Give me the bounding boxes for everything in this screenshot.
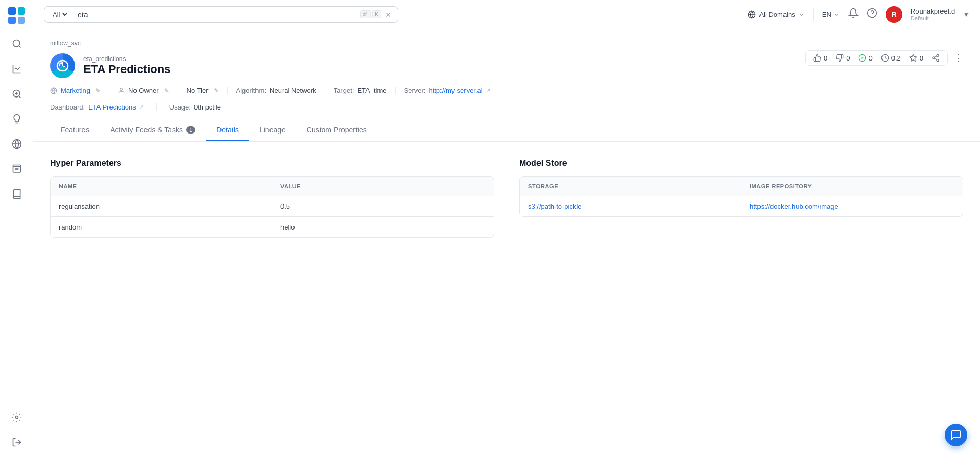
sidebar-item-book[interactable] [6,184,27,204]
avatar[interactable]: R [886,6,902,23]
dashboard-row: Dashboard: ETA Predictions ↗ Usage: 0th … [50,103,963,111]
storage-link[interactable]: s3://path-to-pickle [528,202,582,210]
search-shortcut: ⌘K [360,10,381,18]
tab-features[interactable]: Features [50,119,100,141]
hyper-row2-value: hello [272,217,494,237]
domain-item: Marketing ✎ [50,87,109,94]
dashboard-link[interactable]: ETA Predictions [88,103,136,111]
entity-title: ETA Predictions [83,63,170,76]
svg-rect-2 [8,17,16,24]
tab-details-label: Details [216,126,239,134]
time-button[interactable]: 0.2 [881,54,901,62]
table-row: s3://path-to-pickle https://docker.hub.c… [520,196,963,216]
tab-activity-badge: 1 [186,126,195,134]
model-store-title: Model Store [519,159,963,168]
user-name: Rounakpreet.d [911,7,955,15]
svg-point-8 [15,416,18,419]
svg-rect-7 [13,165,20,167]
hyper-row1-name: regularisation [51,196,272,216]
model-table-header: STORAGE IMAGE REPOSITORY [520,177,963,196]
server-url[interactable]: http://my-server.ai [428,87,482,94]
sidebar-item-explore[interactable] [6,83,27,104]
domain-selector[interactable]: All Domains [748,10,804,19]
domain-edit-icon[interactable]: ✎ [95,87,101,94]
hyper-params-title: Hyper Parameters [50,159,494,168]
thumbs-up-button[interactable]: 0 [813,54,827,62]
hyper-col-value: VALUE [272,177,494,196]
search-box[interactable]: All ⌘K ✕ [44,6,398,23]
owner-label: No Owner [128,87,159,94]
sidebar-item-exit[interactable] [6,432,27,453]
sidebar-item-globe[interactable] [6,134,27,154]
svg-rect-3 [18,17,25,24]
sidebar-item-insights[interactable] [6,108,27,129]
target-item: Target: ETA_time [325,87,396,94]
user-role: Default [911,15,955,21]
user-chevron-icon[interactable]: ▼ [963,11,970,18]
thumbs-down-count: 0 [846,54,850,62]
table-row: random hello [51,217,494,237]
owner-item: No Owner ✎ [109,87,178,94]
usage-value: 0th pctile [194,103,221,111]
owner-edit-icon[interactable]: ✎ [164,87,169,94]
algorithm-label: Algorithm: [236,87,267,94]
domain-link[interactable]: Marketing [60,87,90,94]
thumbs-down-button[interactable]: 0 [836,54,850,62]
tab-lineage[interactable]: Lineage [249,119,296,141]
model-row1-storage: s3://path-to-pickle [520,196,741,216]
check-count: 0 [868,54,872,62]
hyper-row2-name: random [51,217,272,237]
chat-bubble-button[interactable] [945,424,967,446]
svg-line-21 [935,56,937,57]
thumbs-up-count: 0 [824,54,827,62]
tab-details[interactable]: Details [206,119,249,141]
model-store-table: STORAGE IMAGE REPOSITORY s3://path-to-pi… [519,176,963,217]
tier-label: No Tier [187,87,209,94]
tier-edit-icon[interactable]: ✎ [214,87,219,94]
hyper-row1-value: 0.5 [272,196,494,216]
tab-custom[interactable]: Custom Properties [296,119,377,141]
svg-point-23 [120,88,123,90]
user-info[interactable]: Rounakpreet.d Default [911,7,955,21]
sidebar-item-data[interactable] [6,159,27,179]
sidebar-item-analytics[interactable] [6,58,27,79]
lang-label: EN [822,10,831,18]
table-row: regularisation 0.5 [51,196,494,217]
search-clear-icon[interactable]: ✕ [385,10,391,19]
star-button[interactable]: 0 [909,54,923,62]
check-button[interactable]: 0 [858,54,872,62]
more-options-button[interactable]: ⋮ [954,52,963,64]
search-input[interactable] [78,10,356,19]
model-col-storage: STORAGE [520,177,741,196]
usage-item: Usage: 0th pctile [169,103,221,111]
tab-activity[interactable]: Activity Feeds & Tasks 1 [100,119,206,141]
notifications-icon[interactable] [848,8,859,21]
lang-selector[interactable]: EN [822,10,840,18]
svg-point-4 [13,40,19,47]
tabs-row: Features Activity Feeds & Tasks 1 Detail… [50,119,963,141]
target-label: Target: [334,87,354,94]
sidebar-item-settings[interactable] [6,407,27,428]
tab-custom-label: Custom Properties [307,126,367,134]
svg-point-17 [937,54,939,56]
time-value: 0.2 [891,54,901,62]
svg-rect-1 [18,7,25,15]
topbar-actions: All Domains EN R Rounakpreet.d Defaul [748,6,970,23]
share-button[interactable] [932,54,940,62]
svg-marker-16 [910,54,916,61]
external-link-icon[interactable]: ↗ [486,87,491,94]
hyper-params-table: NAME VALUE regularisation 0.5 random hel… [50,176,494,238]
dashboard-external-icon[interactable]: ↗ [139,104,144,111]
repo-link[interactable]: https://docker.hub.com/image [750,202,838,210]
hyper-col-name: NAME [51,177,272,196]
logo[interactable] [7,6,26,25]
svg-point-18 [933,57,935,59]
search-filter[interactable]: All [51,10,69,19]
model-row1-repo: https://docker.hub.com/image [741,196,963,216]
search-divider [73,10,74,19]
sidebar-item-search[interactable] [6,33,27,54]
server-label: Server: [404,87,426,94]
domain-label: All Domains [759,10,795,18]
svg-rect-0 [8,7,16,15]
help-icon[interactable] [867,8,877,21]
